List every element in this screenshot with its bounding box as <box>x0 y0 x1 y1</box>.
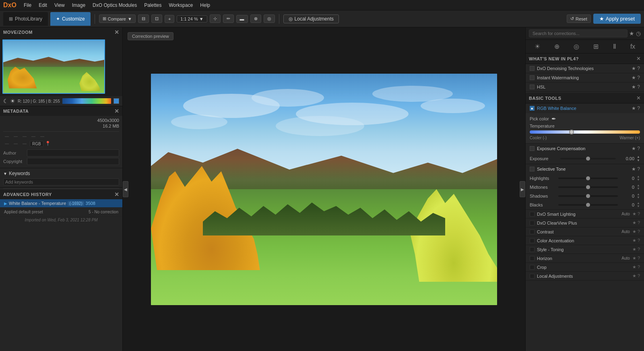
link-button[interactable]: ⊗ <box>250 14 261 23</box>
menu-edit[interactable]: Edit <box>35 2 50 9</box>
menu-workspace[interactable]: Workspace <box>166 2 196 9</box>
blacks-arrows[interactable]: ▲▼ <box>637 202 640 208</box>
watermark-star-icon[interactable]: ★ <box>632 75 636 81</box>
transform-button[interactable]: ⊹ <box>210 14 221 23</box>
corrections-search-input[interactable] <box>529 29 627 37</box>
menu-image[interactable]: Image <box>69 2 89 9</box>
contrast-checkbox[interactable] <box>530 229 535 234</box>
blacks-thumb[interactable] <box>586 203 590 207</box>
rgb-wb-help-icon[interactable]: ? <box>637 105 640 111</box>
selective-tone-header[interactable]: Selective Tone ★ ? <box>526 164 644 174</box>
smart-lighting-checkbox[interactable] <box>530 212 535 217</box>
tab-color-icon[interactable]: ⊕ <box>552 41 562 52</box>
crop-star[interactable]: ★ <box>632 264 636 270</box>
photo-library-tab[interactable]: ⊞ PhotoLibrary <box>3 12 48 26</box>
whats-new-close-button[interactable]: ✕ <box>636 56 641 62</box>
style-toning-help[interactable]: ? <box>638 247 640 252</box>
style-toning-checkbox[interactable] <box>530 247 535 252</box>
tool-dxo-smart-lighting[interactable]: DxO Smart Lighting Auto ★ ? <box>526 210 644 219</box>
shadows-arrows[interactable]: ▲▼ <box>637 193 640 199</box>
whats-new-item-hsl[interactable]: HSL ★ ? <box>526 83 644 92</box>
menu-dxo-optics[interactable]: DxO Optics Modules <box>89 2 140 9</box>
tool-style-toning[interactable]: Style - Toning ★ ? <box>526 245 644 254</box>
hsl-checkbox[interactable] <box>530 85 535 89</box>
selective-tone-checkbox[interactable] <box>530 167 535 171</box>
customize-tab[interactable]: ✦ Customize <box>50 12 91 26</box>
menu-palettes[interactable]: Palettes <box>141 2 165 9</box>
color-accentuation-checkbox[interactable] <box>530 238 535 243</box>
crop-button[interactable]: ⊡ <box>151 14 162 23</box>
star-icon[interactable]: ★ <box>629 30 634 37</box>
correction-preview-button[interactable]: Correction preview <box>128 32 173 40</box>
keywords-input[interactable] <box>3 178 119 186</box>
eyedropper-icon[interactable]: ✒ <box>551 116 556 122</box>
exposure-help-icon[interactable]: ? <box>637 146 640 151</box>
hsl-help-icon[interactable]: ? <box>637 84 640 90</box>
denoising-star-icon[interactable]: ★ <box>632 66 636 71</box>
selective-tone-star-icon[interactable]: ★ <box>632 166 636 172</box>
contrast-star[interactable]: ★ <box>632 229 636 234</box>
plus-button[interactable]: + <box>165 15 174 23</box>
horizon-checkbox[interactable] <box>530 256 535 261</box>
highlights-thumb[interactable] <box>586 176 590 180</box>
history-icon[interactable]: ◷ <box>636 30 641 37</box>
style-toning-star[interactable]: ★ <box>632 247 636 252</box>
tab-detail-icon[interactable]: ◎ <box>571 41 582 52</box>
metadata-close[interactable]: ✕ <box>114 108 120 114</box>
midtones-arrows[interactable]: ▲▼ <box>637 184 640 190</box>
apply-preset-button[interactable]: ★ Apply preset <box>593 14 641 24</box>
collapse-left-button[interactable]: ◀ <box>123 181 128 197</box>
basic-tools-close-button[interactable]: ✕ <box>636 95 641 101</box>
clearview-checkbox[interactable] <box>530 221 535 225</box>
whats-new-item-denoising[interactable]: DxO Denoising Technologies ★ ? <box>526 64 644 73</box>
contrast-help[interactable]: ? <box>638 229 640 234</box>
local-adj-help[interactable]: ? <box>638 273 640 279</box>
shadows-thumb[interactable] <box>586 194 590 198</box>
exposure-checkbox[interactable] <box>530 146 535 151</box>
gradient-button[interactable]: ▬ <box>236 15 248 23</box>
tool-clearview[interactable]: DxO ClearView Plus ★ ? <box>526 219 644 227</box>
color-acc-star[interactable]: ★ <box>632 238 636 243</box>
temperature-slider[interactable] <box>530 130 640 134</box>
zoom-dropdown-icon[interactable]: ▼ <box>199 17 204 21</box>
color-acc-help[interactable]: ? <box>638 238 640 243</box>
watermark-checkbox[interactable] <box>530 75 535 80</box>
selective-tone-help-icon[interactable]: ? <box>637 166 640 172</box>
author-input[interactable] <box>27 149 119 157</box>
tool-horizon[interactable]: Horizon Auto ★ ? <box>526 254 644 263</box>
exposure-arrows[interactable]: ▲ ▼ <box>637 155 640 162</box>
menu-file[interactable]: File <box>21 2 35 9</box>
history-item-white-balance[interactable]: ▶ White Balance - Temperature (-1692) 35… <box>0 199 122 208</box>
exposure-comp-header[interactable]: Exposure Compensation ★ ? <box>526 144 644 153</box>
rgb-wb-checkbox[interactable]: ■ <box>530 106 535 111</box>
local-adj-star[interactable]: ★ <box>632 273 636 279</box>
brush-button[interactable]: ✏ <box>223 14 234 23</box>
reset-button[interactable]: ↺ Reset <box>567 14 591 23</box>
split-view-button[interactable]: ⊟ <box>138 14 149 23</box>
rgb-white-balance-header[interactable]: ■ RGB White Balance ★ ? <box>526 103 644 113</box>
history-close[interactable]: ✕ <box>114 191 120 198</box>
rgb-wb-star-icon[interactable]: ★ <box>632 105 636 111</box>
smart-lighting-help[interactable]: ? <box>638 211 640 217</box>
local-adjustments-button[interactable]: ◎ Local Adjustments <box>283 14 339 23</box>
move-zoom-close[interactable]: ✕ <box>114 29 120 35</box>
tab-geometry-icon[interactable]: ⊞ <box>591 41 601 52</box>
sun-icon[interactable]: ☀ <box>10 98 15 104</box>
history-item-preset[interactable]: Applied default preset 5 - No correction <box>0 208 122 217</box>
clearview-help[interactable]: ? <box>638 220 640 225</box>
tool-color-accentuation[interactable]: Color Accentuation ★ ? <box>526 236 644 245</box>
denoising-checkbox[interactable] <box>530 66 535 71</box>
horizon-help[interactable]: ? <box>638 256 640 261</box>
watermark-help-icon[interactable]: ? <box>637 75 640 81</box>
smart-lighting-star[interactable]: ★ <box>632 211 636 217</box>
compare-button[interactable]: ⊞ Compare ▼ <box>99 14 136 23</box>
horizon-star[interactable]: ★ <box>632 256 636 261</box>
highlights-arrows[interactable]: ▲▼ <box>637 175 640 182</box>
hsl-star-icon[interactable]: ★ <box>632 84 636 90</box>
moon-icon[interactable]: ☾ <box>3 98 8 104</box>
crop-list-checkbox[interactable] <box>530 265 535 270</box>
tool-local-adjustments[interactable]: Local Adjustments ★ ? <box>526 272 644 281</box>
keywords-header[interactable]: ▼ Keywords <box>3 170 119 177</box>
denoising-help-icon[interactable]: ? <box>637 66 640 71</box>
tool-contrast[interactable]: Contrast Auto ★ ? <box>526 227 644 236</box>
